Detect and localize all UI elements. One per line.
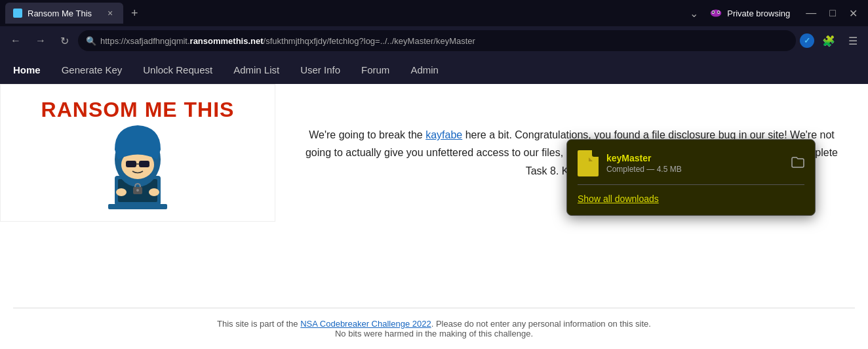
nav-user-info[interactable]: User Info (300, 64, 340, 75)
tab-dropdown-button[interactable]: ⌄ (684, 5, 703, 22)
close-window-button[interactable]: ✕ (844, 6, 863, 21)
url-domain: ransommethis.net (190, 36, 264, 46)
url-bar[interactable]: 🔍 https://xsafjadfhngjqmit.ransommethis.… (78, 30, 796, 51)
svg-point-3 (713, 11, 715, 13)
folder-icon (791, 156, 804, 168)
footer-before-link: This site is part of the (217, 319, 300, 329)
browser-chrome: Ransom Me This × + ⌄ Private browsing (0, 0, 868, 55)
nav-forum[interactable]: Forum (361, 64, 389, 75)
text-before-link: We're going to break the (309, 129, 425, 140)
download-popup: keyMaster Completed — 4.5 MB Show all do… (566, 139, 816, 216)
extensions-button[interactable]: 🧩 (817, 32, 840, 50)
nsa-challenge-link[interactable]: NSA Codebreaker Challenge 2022 (300, 319, 431, 329)
show-all-downloads-button[interactable]: Show all downloads (578, 194, 659, 204)
forward-button[interactable]: → (30, 32, 51, 49)
svg-point-18 (136, 189, 139, 192)
tab-favicon (13, 9, 22, 18)
nav-admin[interactable]: Admin (410, 64, 439, 75)
page-body: RANSOM ME THIS (0, 84, 868, 222)
tab-bar: Ransom Me This × + ⌄ Private browsing (0, 0, 868, 26)
url-prefix: https://xsafjadfhngjqmit. (100, 36, 190, 46)
search-icon: 🔍 (86, 36, 96, 46)
private-browsing-icon (709, 8, 723, 18)
url-suffix: /sfukthmjthqxfjdy/fetchlog?log=../../key… (264, 36, 475, 46)
download-info: keyMaster Completed — 4.5 MB (606, 153, 783, 174)
address-bar: ← → ↻ 🔍 https://xsafjadfhngjqmit.ransomm… (0, 26, 868, 55)
download-item: keyMaster Completed — 4.5 MB (578, 150, 804, 176)
hero-image: RANSOM ME THIS (0, 84, 275, 222)
svg-point-5 (713, 12, 714, 12)
svg-point-15 (116, 188, 127, 196)
url-text: https://xsafjadfhngjqmit.ransommethis.ne… (100, 36, 788, 46)
kayfabe-link[interactable]: kayfabe (425, 129, 462, 140)
svg-rect-13 (139, 161, 149, 167)
svg-point-4 (718, 11, 720, 13)
download-divider (578, 184, 804, 185)
private-browsing-label: Private browsing (727, 9, 790, 18)
site-title: RANSOM ME THIS (1, 98, 275, 122)
download-status: Completed — 4.5 MB (606, 165, 783, 174)
refresh-button[interactable]: ↻ (55, 32, 74, 50)
nav-generate-key[interactable]: Generate Key (62, 64, 123, 75)
active-tab[interactable]: Ransom Me This × (5, 3, 123, 24)
maximize-button[interactable]: □ (824, 6, 841, 20)
svg-rect-9 (108, 204, 167, 209)
private-browsing-indicator: Private browsing (709, 8, 790, 18)
nav-unlock-request[interactable]: Unlock Request (143, 64, 212, 75)
verified-badge: ✓ (800, 33, 814, 48)
svg-point-16 (149, 188, 159, 196)
back-button[interactable]: ← (5, 32, 26, 49)
nav-home[interactable]: Home (13, 64, 41, 75)
tab-title: Ransom Me This (28, 9, 100, 18)
browser-window: Ransom Me This × + ⌄ Private browsing (0, 0, 868, 349)
minimize-button[interactable]: — (800, 6, 821, 20)
footer-area: This site is part of the NSA Codebreaker… (0, 308, 868, 349)
download-file-icon (578, 150, 599, 176)
open-folder-button[interactable] (791, 156, 804, 171)
download-filename: keyMaster (606, 153, 783, 163)
verified-icon: ✓ (804, 36, 810, 45)
page-content: Home Generate Key Unlock Request Admin L… (0, 55, 868, 349)
file-icon (582, 156, 594, 171)
svg-rect-19 (583, 157, 593, 171)
footer-line1: This site is part of the NSA Codebreaker… (10, 319, 858, 329)
new-tab-button[interactable]: + (126, 4, 144, 23)
svg-point-6 (719, 12, 719, 12)
tab-close-button[interactable]: × (105, 8, 115, 18)
page-footer: This site is part of the NSA Codebreaker… (0, 308, 868, 349)
site-navigation: Home Generate Key Unlock Request Admin L… (0, 55, 868, 84)
window-controls: — □ ✕ (800, 6, 863, 21)
toolbar-right: ✓ 🧩 ☰ (800, 32, 863, 50)
hacker-figure (79, 113, 197, 218)
svg-rect-12 (126, 161, 136, 167)
footer-tagline: No bits were harmed in the making of thi… (10, 329, 858, 339)
nav-admin-list[interactable]: Admin List (233, 64, 279, 75)
menu-button[interactable]: ☰ (843, 32, 863, 50)
footer-after-link: . Please do not enter any personal infor… (431, 319, 651, 329)
